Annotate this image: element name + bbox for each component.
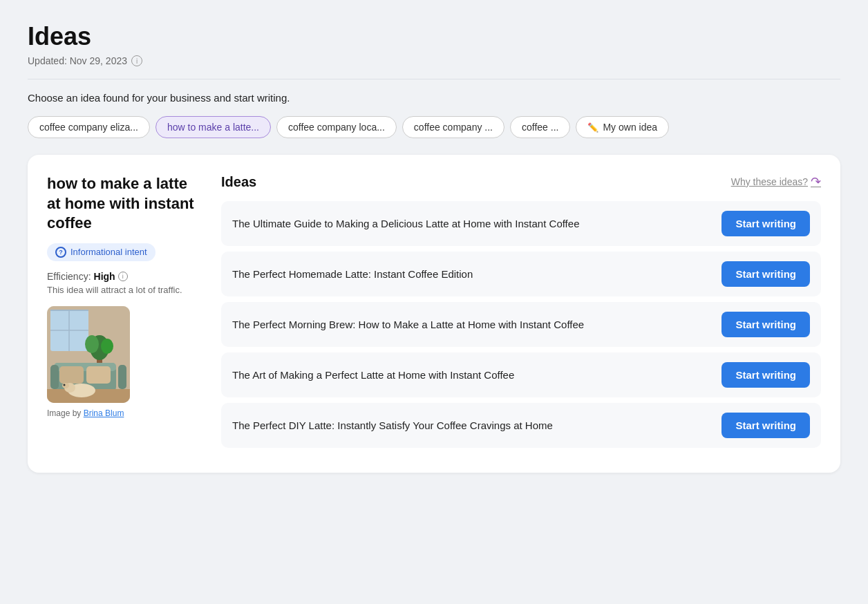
start-writing-button-2[interactable]: Start writing [721, 261, 810, 287]
start-writing-button-1[interactable]: Start writing [721, 211, 810, 236]
svg-rect-13 [59, 366, 84, 384]
tab-pill-tab-2[interactable]: how to make a latte... [155, 116, 271, 138]
main-card: how to make a latte at home with instant… [28, 155, 840, 473]
idea-row: The Ultimate Guide to Making a Delicious… [221, 201, 821, 246]
divider [28, 79, 840, 79]
keyword-title: how to make a latte at home with instant… [47, 174, 199, 234]
intent-icon: ? [55, 247, 66, 258]
intent-label: Informational intent [70, 247, 147, 257]
page-subtitle: Choose an idea found for your business a… [28, 92, 840, 104]
svg-point-7 [85, 335, 99, 353]
svg-rect-12 [118, 365, 126, 389]
idea-text: The Perfect Homemade Latte: Instant Coff… [232, 267, 710, 281]
left-panel: how to make a latte at home with instant… [47, 174, 199, 453]
tab-pill-tab-3[interactable]: coffee company loca... [276, 116, 397, 138]
svg-point-8 [101, 339, 113, 354]
tab-pill-tab-6[interactable]: ✏️My own idea [576, 116, 669, 138]
start-writing-button-5[interactable]: Start writing [721, 413, 810, 438]
idea-text: The Art of Making a Perfect Latte at Hom… [232, 368, 710, 382]
efficiency-value: High [94, 271, 115, 282]
tab-label: coffee ... [522, 122, 558, 133]
idea-text: The Perfect Morning Brew: How to Make a … [232, 317, 710, 332]
ideas-list: The Ultimate Guide to Making a Delicious… [221, 201, 821, 448]
image-credit: Image by Brina Blum [47, 408, 199, 418]
keyword-image [47, 306, 130, 403]
arrow-icon: ↷ [811, 174, 821, 189]
svg-rect-11 [50, 365, 59, 389]
tab-label: coffee company loca... [288, 122, 385, 133]
updated-text: Updated: Nov 29, 2023 [28, 55, 127, 66]
efficiency-label: Efficiency: [47, 271, 91, 282]
idea-text: The Perfect DIY Latte: Instantly Satisfy… [232, 418, 710, 433]
start-writing-button-4[interactable]: Start writing [721, 362, 810, 388]
efficiency-info-icon[interactable]: i [118, 272, 128, 281]
why-these-ideas-link[interactable]: Why these ideas? ↷ [731, 174, 821, 189]
tab-label: My own idea [603, 122, 657, 133]
info-icon[interactable]: i [131, 55, 142, 66]
traffic-note: This idea will attract a lot of traffic. [47, 285, 199, 295]
image-credit-link[interactable]: Brina Blum [84, 408, 124, 418]
tabs-row: coffee company eliza...how to make a lat… [28, 116, 840, 138]
tab-label: coffee company ... [414, 122, 493, 133]
ideas-heading: Ideas [221, 174, 256, 190]
updated-row: Updated: Nov 29, 2023 i [28, 55, 840, 66]
idea-row: The Art of Making a Perfect Latte at Hom… [221, 352, 821, 397]
efficiency-row: Efficiency: High i [47, 271, 199, 282]
page-title: Ideas [28, 22, 840, 51]
svg-rect-14 [86, 366, 111, 384]
start-writing-button-3[interactable]: Start writing [721, 312, 810, 337]
svg-point-18 [62, 383, 69, 388]
intent-badge: ? Informational intent [47, 243, 155, 261]
idea-row: The Perfect Homemade Latte: Instant Coff… [221, 252, 821, 296]
ideas-header: Ideas Why these ideas? ↷ [221, 174, 821, 190]
tab-label: how to make a latte... [167, 122, 259, 133]
pencil-icon: ✏️ [587, 122, 598, 133]
tab-pill-tab-4[interactable]: coffee company ... [402, 116, 504, 138]
tab-pill-tab-1[interactable]: coffee company eliza... [28, 116, 150, 138]
right-panel: Ideas Why these ideas? ↷ The Ultimate Gu… [221, 174, 821, 453]
idea-row: The Perfect Morning Brew: How to Make a … [221, 302, 821, 347]
tab-label: coffee company eliza... [39, 122, 138, 133]
idea-row: The Perfect DIY Latte: Instantly Satisfy… [221, 403, 821, 448]
tab-pill-tab-5[interactable]: coffee ... [510, 116, 570, 138]
idea-text: The Ultimate Guide to Making a Delicious… [232, 216, 710, 231]
svg-point-19 [64, 384, 66, 386]
